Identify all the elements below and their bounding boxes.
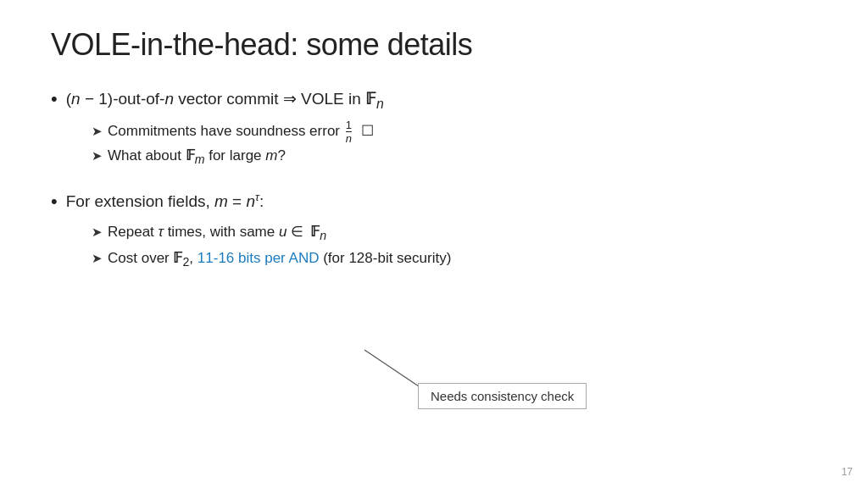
- var-m: m: [265, 147, 277, 164]
- sub-bullet-1-2: ➤ What about 𝔽m for large m?: [92, 144, 817, 170]
- arrow-icon-3: ➤: [92, 220, 103, 243]
- sub-bullet-1-2-text: What about 𝔽m for large m?: [108, 144, 286, 170]
- var-tau2: τ: [159, 224, 164, 240]
- bullet-2-main: • For extension fields, m = nτ:: [51, 189, 817, 215]
- arrow-icon-2: ➤: [92, 144, 103, 167]
- sub-bullet-1-1: ➤ Commitments have soundness error 1 n ☐: [92, 119, 817, 144]
- slide-number: 17: [842, 466, 853, 478]
- sub-bullet-2-2: ➤ Cost over 𝔽2, 11-16 bits per AND (for …: [92, 247, 817, 273]
- bullet-section-1: • (n − 1)-out-of-n vector commit ⇒ VOLE …: [51, 86, 817, 170]
- sub-bullet-2-2-text: Cost over 𝔽2, 11-16 bits per AND (for 12…: [108, 247, 451, 273]
- var-u: u: [279, 224, 287, 240]
- sub-m: m: [195, 153, 205, 167]
- mathbb-F1: 𝔽: [365, 90, 376, 108]
- slide: VOLE-in-the-head: some details • (n − 1)…: [0, 0, 868, 488]
- soundness-symbol: ☐: [361, 123, 374, 139]
- annotation-text: Needs consistency check: [431, 389, 574, 403]
- var-m2: m: [214, 192, 228, 210]
- sup-tau: τ: [255, 191, 259, 203]
- arrow-icon-4: ➤: [92, 247, 103, 269]
- sub-bullet-2-1-text: Repeat τ times, with same u ∈ 𝔽n: [108, 220, 326, 247]
- slide-title: VOLE-in-the-head: some details: [51, 27, 817, 63]
- mathbb-Fn: 𝔽: [310, 224, 320, 240]
- var-n3: n: [247, 192, 256, 210]
- bullet-2-subs: ➤ Repeat τ times, with same u ∈ 𝔽n ➤ Cos…: [92, 220, 817, 273]
- svg-line-0: [364, 350, 424, 390]
- var-n1: n: [71, 90, 81, 108]
- var-n2: n: [164, 90, 174, 108]
- bullet-1-main: • (n − 1)-out-of-n vector commit ⇒ VOLE …: [51, 86, 817, 114]
- sub-n2: n: [320, 229, 326, 242]
- fraction-denominator: n: [346, 132, 352, 144]
- mathbb-Fm: 𝔽: [186, 147, 195, 164]
- sub-n1: n: [376, 97, 384, 111]
- bullet-dot-2: •: [51, 189, 58, 215]
- sub-2: 2: [182, 255, 189, 269]
- annotation-box: Needs consistency check: [418, 383, 587, 409]
- arrow-icon-1: ➤: [92, 119, 103, 142]
- sub-bullet-1-1-text: Commitments have soundness error 1 n ☐: [108, 119, 374, 144]
- slide-content: • (n − 1)-out-of-n vector commit ⇒ VOLE …: [51, 86, 817, 272]
- fraction-1-n: 1 n: [346, 119, 352, 144]
- bullet-1-text: (n − 1)-out-of-n vector commit ⇒ VOLE in…: [66, 86, 384, 114]
- sub-bullet-2-1: ➤ Repeat τ times, with same u ∈ 𝔽n: [92, 220, 817, 247]
- bullet-1-subs: ➤ Commitments have soundness error 1 n ☐…: [92, 119, 817, 170]
- mathbb-F2: 𝔽: [173, 250, 182, 266]
- bullet-section-2: • For extension fields, m = nτ: ➤ Repeat…: [51, 189, 817, 272]
- highlight-11-16-bits: 11-16 bits per AND: [198, 250, 320, 266]
- bullet-dot-1: •: [51, 86, 58, 113]
- bullet-2-text: For extension fields, m = nτ:: [66, 189, 264, 214]
- fraction-numerator: 1: [346, 119, 352, 132]
